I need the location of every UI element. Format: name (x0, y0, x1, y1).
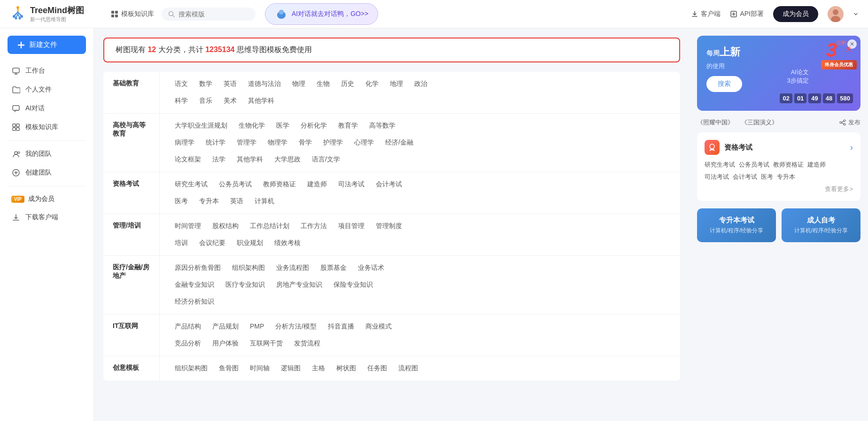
tag-meeting-minutes[interactable]: 会议纪要 (194, 237, 231, 250)
tag-performance[interactable]: 绩效考核 (269, 237, 306, 250)
book-link-1[interactable]: 《照耀中国》 (697, 118, 734, 127)
sidebar-item-my-team[interactable]: 我的团队 (0, 145, 93, 163)
tag-music[interactable]: 音乐 (194, 94, 218, 107)
tag-language-literature[interactable]: 语言/文学 (306, 153, 346, 166)
tag-fishbone-creative[interactable]: 鱼骨图 (213, 362, 244, 375)
tag-science[interactable]: 科学 (169, 94, 194, 107)
tag-realestate-knowledge[interactable]: 房地产专业知识 (271, 278, 328, 291)
tag-other-subjects-basic[interactable]: 其他学科 (242, 94, 280, 107)
tag-geography[interactable]: 地理 (384, 77, 409, 91)
search-input[interactable] (178, 10, 244, 18)
tag-ideological-politics[interactable]: 大学思政 (269, 153, 306, 166)
download-client-btn[interactable]: 客户端 (691, 10, 721, 18)
see-more-link[interactable]: 查看更多> (705, 185, 853, 193)
tag-nursing[interactable]: 护理学 (318, 136, 349, 149)
tag-medical-knowledge[interactable]: 医疗专业知识 (220, 278, 271, 291)
tag-pmp[interactable]: PMP (244, 320, 270, 333)
tag-flow-diagram[interactable]: 流程图 (393, 362, 424, 375)
cert-chevron-icon[interactable]: › (850, 143, 853, 153)
tag-business-flow[interactable]: 业务流程图 (271, 261, 315, 275)
tag-product-structure[interactable]: 产品结构 (169, 320, 207, 333)
cert-tag-graduate[interactable]: 研究生考试 (705, 161, 735, 169)
sidebar-item-template-library[interactable]: 模板知识库 (0, 118, 93, 137)
tag-task-diagram[interactable]: 任务图 (362, 362, 393, 375)
tag-stock-fund[interactable]: 股票基金 (315, 261, 352, 275)
tag-douyin-live[interactable]: 抖音直播 (322, 320, 360, 333)
tag-work-summary[interactable]: 工作总结计划 (244, 220, 295, 233)
tag-tree-diagram[interactable]: 树状图 (331, 362, 362, 375)
tag-law[interactable]: 法学 (207, 153, 231, 166)
cert-tag-civil-service[interactable]: 公务员考试 (739, 161, 769, 169)
api-btn[interactable]: API部署 (730, 10, 764, 18)
tag-thesis-framework[interactable]: 论文框架 (169, 153, 207, 166)
tag-english-qual[interactable]: 英语 (225, 195, 249, 208)
become-member-button[interactable]: 成为会员 (773, 6, 818, 22)
cert-tag-teacher[interactable]: 教师资格证 (773, 161, 804, 169)
tag-biology[interactable]: 生物 (311, 77, 335, 91)
tag-medicine[interactable]: 医学 (271, 119, 295, 132)
new-file-button[interactable]: 新建文件 (8, 36, 86, 54)
tag-chemistry[interactable]: 化学 (360, 77, 384, 91)
tag-economics[interactable]: 经济/金融 (380, 136, 419, 149)
promo-search-button[interactable]: 搜索 (706, 76, 742, 92)
tag-career-plan[interactable]: 职业规划 (231, 237, 269, 250)
tag-org-chart[interactable]: 组织架构图 (226, 261, 271, 275)
sidebar-item-personal-files[interactable]: 个人文件 (0, 80, 93, 99)
tag-management[interactable]: 管理学 (231, 136, 262, 149)
ai-chat-banner[interactable]: AI对话就去对话鸭，GO>> (265, 3, 378, 25)
tag-product-planning[interactable]: 产品规划 (207, 320, 244, 333)
tag-judicial-exam[interactable]: 司法考试 (333, 178, 370, 191)
tag-math[interactable]: 数学 (194, 77, 218, 91)
tag-work-method[interactable]: 工作方法 (295, 220, 333, 233)
tag-physics[interactable]: 物理 (287, 77, 311, 91)
adult-exam-button[interactable]: 成人自考 计算机/程序/经验分享 (782, 208, 860, 242)
template-library-nav-btn[interactable]: 模板知识库 (103, 10, 162, 18)
membership-promo-badge[interactable]: 终身会员优惠 (821, 60, 857, 69)
tag-statistics[interactable]: 统计学 (200, 136, 231, 149)
tag-training[interactable]: 培训 (169, 237, 194, 250)
tag-timeline[interactable]: 时间轴 (244, 362, 275, 375)
cert-tag-medical[interactable]: 医考 (761, 173, 773, 181)
tag-education-science[interactable]: 教育学 (333, 119, 364, 132)
cert-tag-accounting[interactable]: 会计考试 (733, 173, 757, 181)
tag-construction-engineer[interactable]: 建造师 (302, 178, 333, 191)
tag-computer-qual[interactable]: 计算机 (249, 195, 280, 208)
tag-pathology[interactable]: 病理学 (169, 136, 200, 149)
tag-physics-higher[interactable]: 物理学 (262, 136, 293, 149)
tag-osteology[interactable]: 骨学 (293, 136, 318, 149)
sidebar-item-become-member[interactable]: VIP 成为会员 (0, 190, 93, 208)
search-box[interactable] (162, 8, 256, 21)
share-button[interactable]: 发布 (839, 118, 860, 127)
tag-medical-exam[interactable]: 医考 (169, 195, 194, 208)
tag-ux[interactable]: 用户体验 (207, 337, 244, 350)
tag-competitive-analysis[interactable]: 竞品分析 (169, 337, 207, 350)
cert-tag-construction[interactable]: 建造师 (807, 161, 826, 169)
tag-biochem[interactable]: 生物化学 (233, 119, 271, 132)
tag-english[interactable]: 英语 (218, 77, 242, 91)
tag-analysis-model[interactable]: 分析方法/模型 (270, 320, 322, 333)
tag-accounting-exam[interactable]: 会计考试 (370, 178, 408, 191)
tag-upgrade-exam[interactable]: 专升本 (194, 195, 225, 208)
tag-business-model[interactable]: 商业模式 (360, 320, 397, 333)
tag-other-subjects-higher[interactable]: 其他学科 (231, 153, 269, 166)
cert-tag-upgrade[interactable]: 专升本 (777, 173, 795, 181)
avatar-chevron-icon[interactable] (853, 11, 859, 17)
tag-fishbone[interactable]: 原因分析鱼骨图 (169, 261, 226, 275)
tag-equity-structure[interactable]: 股权结构 (207, 220, 244, 233)
tag-business-talk[interactable]: 业务话术 (352, 261, 390, 275)
tag-graduate-exam[interactable]: 研究生考试 (169, 178, 213, 191)
sidebar-item-create-team[interactable]: 创建团队 (0, 163, 93, 182)
book-link-2[interactable]: 《三国演义》 (741, 118, 778, 127)
tag-civil-service[interactable]: 公务员考试 (213, 178, 257, 191)
tag-history[interactable]: 历史 (335, 77, 360, 91)
sidebar-item-ai-chat[interactable]: AI对话 (0, 99, 93, 118)
tag-career-planning[interactable]: 大学职业生涯规划 (169, 119, 233, 132)
sidebar-item-workbench[interactable]: 工作台 (0, 61, 93, 80)
tag-delivery-flow[interactable]: 发货流程 (288, 337, 326, 350)
tag-ethics[interactable]: 道德与法治 (242, 77, 287, 91)
tag-internet-content[interactable]: 互联网干货 (244, 337, 288, 350)
tag-arts[interactable]: 美术 (218, 94, 242, 107)
tag-org-chart-creative[interactable]: 组织架构图 (169, 362, 213, 375)
tag-project-management[interactable]: 项目管理 (333, 220, 370, 233)
upgrade-exam-button[interactable]: 专升本考试 计算机/程序/经验分享 (697, 208, 776, 242)
